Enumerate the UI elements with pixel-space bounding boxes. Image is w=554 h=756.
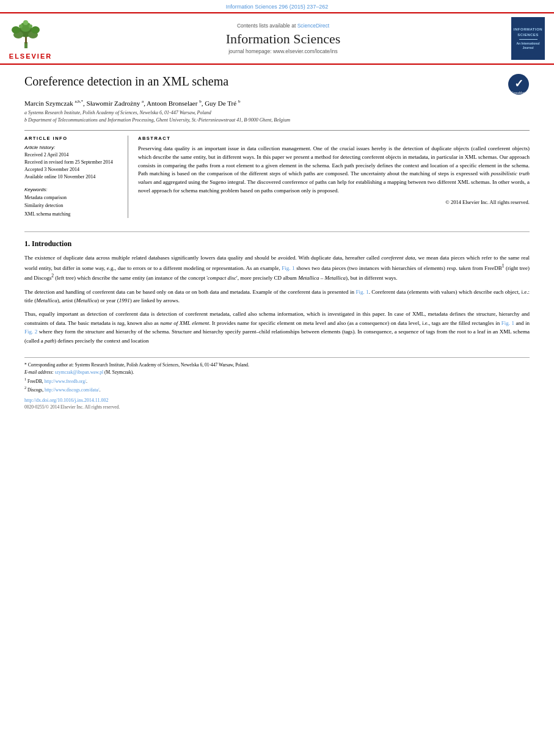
intro-para-1: The existence of duplicate data across m…: [24, 253, 530, 282]
elsevier-logo: ELSEVIER: [6, 18, 55, 60]
section-divider: [24, 231, 530, 232]
contents-available-text: Contents lists available at ScienceDirec…: [61, 23, 505, 29]
svg-text:CrossMark: CrossMark: [511, 91, 527, 95]
affiliations: a Systems Research Institute, Polish Aca…: [24, 109, 530, 124]
journal-homepage: journal homepage: www.elsevier.com/locat…: [61, 48, 505, 54]
affiliation-b: b Department of Telecommunications and I…: [24, 117, 530, 124]
keyword-3: XML schema matching: [24, 210, 122, 219]
fig2-link-1[interactable]: Fig. 2: [24, 329, 37, 335]
keywords-title: Keywords:: [24, 187, 122, 192]
abstract-title: ABSTRACT: [138, 136, 530, 141]
svg-point-6: [12, 26, 20, 34]
email-link[interactable]: szymczak@ibspan.waw.pl: [55, 369, 103, 375]
footnote-email: E-mail address: szymczak@ibspan.waw.pl (…: [24, 369, 530, 376]
article-body: ARTICLE INFO Article history: Received 2…: [24, 130, 530, 219]
keywords-list: Metadata comparison Similarity detection…: [24, 194, 122, 219]
available-online-date: Available online 10 November 2014: [24, 173, 122, 181]
svg-point-9: [29, 24, 32, 28]
keyword-2: Similarity detection: [24, 202, 122, 210]
accepted-date: Accepted 3 November 2014: [24, 166, 122, 173]
journal-header: ELSEVIER Contents lists available at Sci…: [0, 12, 554, 65]
freedb-link[interactable]: http://www.freedb.org/: [45, 378, 87, 383]
footnote-corr-author: * Corresponding author at: Systems Resea…: [24, 362, 530, 369]
discogs-link[interactable]: http://www.discogs.com/data/: [45, 387, 100, 393]
article-title-section: Coreference detection in an XML schema ✓…: [24, 73, 530, 95]
article-info-title: ARTICLE INFO: [24, 136, 122, 141]
footnote-area: * Corresponding author at: Systems Resea…: [24, 357, 530, 394]
authors-line: Marcin Szymczak a,b,*, Sławomir Zadrożny…: [24, 99, 530, 107]
journal-logo-right: INFORMATION SCIENCES An InternationalJou…: [511, 17, 548, 60]
elsevier-tree-icon: [6, 18, 55, 51]
intro-para-3: Thus, equally important as detection of …: [24, 310, 530, 345]
svg-point-8: [19, 24, 23, 28]
fig1-link-3[interactable]: Fig. 1: [501, 320, 514, 326]
article-title: Coreference detection in an XML schema: [24, 73, 501, 89]
svg-text:✓: ✓: [514, 78, 523, 90]
journal-center-header: Contents lists available at ScienceDirec…: [61, 23, 505, 54]
svg-point-10: [23, 20, 28, 25]
journal-name: Information Sciences: [61, 31, 505, 47]
revised-form-date: Received in revised form 25 September 20…: [24, 159, 122, 166]
footnote-2: 2 Discogs, http://www.discogs.com/data/.: [24, 385, 530, 394]
svg-point-7: [31, 26, 40, 34]
affiliation-a: a Systems Research Institute, Polish Aca…: [24, 109, 530, 117]
sciencedirect-link[interactable]: ScienceDirect: [297, 23, 329, 29]
doi-line[interactable]: http://dx.doi.org/10.1016/j.ins.2014.11.…: [0, 394, 554, 404]
article-history-title: Article history:: [24, 145, 122, 150]
fig1-link-1[interactable]: Fig. 1: [282, 265, 294, 271]
abstract-panel: ABSTRACT Preserving data quality is an i…: [138, 136, 530, 219]
received-date: Received 2 April 2014: [24, 151, 122, 159]
copyright-line: © 2014 Elsevier Inc. All rights reserved…: [138, 199, 530, 205]
abstract-text: Preserving data quality is an important …: [138, 145, 530, 196]
introduction-section: 1. Introduction The existence of duplica…: [0, 239, 554, 345]
intro-para-2: The detection and handling of coreferent…: [24, 288, 530, 305]
introduction-heading: 1. Introduction: [24, 239, 530, 249]
keyword-1: Metadata comparison: [24, 194, 122, 202]
crossmark-icon[interactable]: ✓ CrossMark: [508, 73, 530, 95]
elsevier-wordmark: ELSEVIER: [6, 53, 55, 60]
information-sciences-logo: INFORMATION SCIENCES An InternationalJou…: [511, 17, 545, 60]
fig1-link-2[interactable]: Fig. 1: [355, 289, 368, 295]
article-info-panel: ARTICLE INFO Article history: Received 2…: [24, 136, 128, 219]
license-line: 0020-0255/© 2014 Elsevier Inc. All right…: [0, 404, 554, 410]
top-journal-reference: Information Sciences 296 (2015) 237–262: [0, 0, 554, 12]
main-content: Coreference detection in an XML schema ✓…: [0, 65, 554, 224]
footnote-1: 1 FreeDB, http://www.freedb.org/.: [24, 376, 530, 385]
